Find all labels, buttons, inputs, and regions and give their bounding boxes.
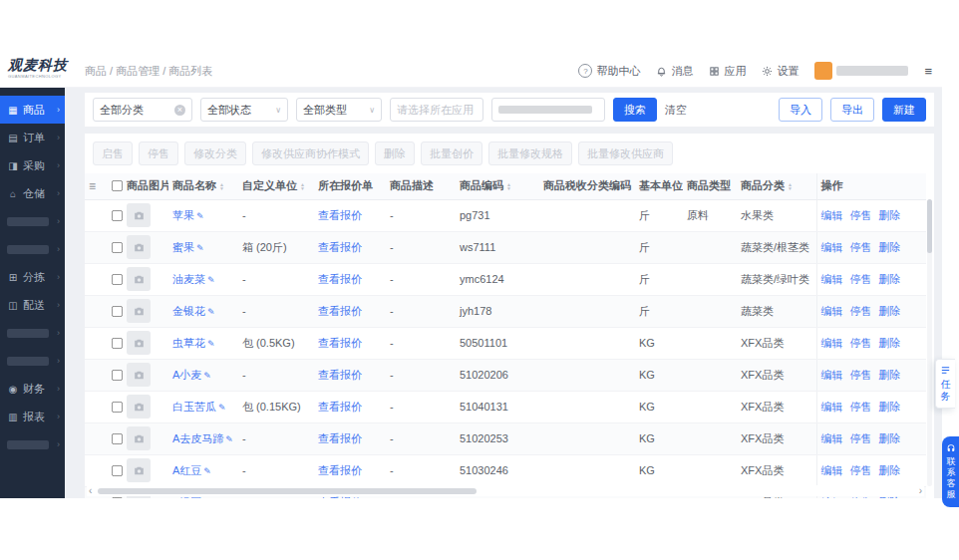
export-button[interactable]: 导出 bbox=[830, 98, 874, 122]
row-edit-link[interactable]: 编辑 bbox=[821, 337, 843, 349]
row-delete-link[interactable]: 删除 bbox=[879, 432, 901, 444]
product-name-link[interactable]: 苹果 bbox=[172, 209, 194, 221]
row-edit-link[interactable]: 编辑 bbox=[821, 432, 843, 444]
sort-icon[interactable]: ▲▼ bbox=[506, 182, 511, 190]
edit-pencil-icon[interactable]: ✎ bbox=[225, 434, 233, 444]
row-stop-sale-link[interactable]: 停售 bbox=[850, 369, 872, 381]
scroll-right-icon[interactable]: › bbox=[917, 486, 924, 496]
bulk-edit-category-button[interactable]: 修改分类 bbox=[184, 141, 246, 165]
view-quote-link[interactable]: 查看报价 bbox=[318, 241, 362, 253]
row-delete-link[interactable]: 删除 bbox=[879, 305, 901, 317]
view-quote-link[interactable]: 查看报价 bbox=[318, 337, 362, 349]
edit-pencil-icon[interactable]: ✎ bbox=[196, 211, 204, 221]
row-checkbox[interactable] bbox=[112, 496, 123, 498]
view-quote-link[interactable]: 查看报价 bbox=[318, 209, 362, 221]
edit-pencil-icon[interactable]: ✎ bbox=[218, 403, 226, 413]
row-checkbox[interactable] bbox=[112, 241, 123, 252]
create-button[interactable]: 新建 bbox=[882, 98, 926, 122]
view-quote-link[interactable]: 查看报价 bbox=[318, 432, 362, 444]
keyword-input[interactable] bbox=[491, 98, 605, 122]
view-quote-link[interactable]: 查看报价 bbox=[318, 401, 362, 413]
product-name-link[interactable]: A小麦 bbox=[172, 369, 201, 381]
row-checkbox[interactable] bbox=[112, 305, 123, 316]
row-delete-link[interactable]: 删除 bbox=[879, 273, 901, 285]
product-name-link[interactable]: 白玉苦瓜 bbox=[172, 401, 216, 413]
bulk-batch-edit-spec-button[interactable]: 批量修改规格 bbox=[488, 141, 572, 165]
product-name-link[interactable]: A红豆 bbox=[172, 464, 201, 476]
clear-category-icon[interactable]: × bbox=[174, 105, 185, 116]
select-all-checkbox[interactable] bbox=[112, 180, 123, 191]
row-edit-link[interactable]: 编辑 bbox=[821, 273, 843, 285]
bulk-delete-button[interactable]: 删除 bbox=[375, 141, 415, 165]
edit-pencil-icon[interactable]: ✎ bbox=[207, 339, 215, 349]
vertical-scroll-thumb[interactable] bbox=[927, 199, 932, 253]
row-delete-link[interactable]: 删除 bbox=[879, 401, 901, 413]
sidebar-item-finance[interactable]: ◉财务› bbox=[0, 375, 65, 403]
product-name-link[interactable]: A去皮马蹄 bbox=[172, 432, 223, 444]
row-edit-link[interactable]: 编辑 bbox=[821, 401, 843, 413]
vertical-scrollbar[interactable] bbox=[927, 199, 932, 486]
row-delete-link[interactable]: 删除 bbox=[879, 337, 901, 349]
row-stop-sale-link[interactable]: 停售 bbox=[850, 337, 872, 349]
import-button[interactable]: 导入 bbox=[779, 98, 822, 122]
search-button[interactable]: 搜索 bbox=[613, 98, 657, 122]
row-edit-link[interactable]: 编辑 bbox=[821, 369, 843, 381]
sidebar-item-goods[interactable]: ▦商品› bbox=[0, 96, 65, 124]
row-delete-link[interactable]: 删除 bbox=[879, 369, 901, 381]
row-delete-link[interactable]: 删除 bbox=[879, 209, 901, 221]
row-checkbox[interactable] bbox=[112, 209, 123, 220]
edit-pencil-icon[interactable]: ✎ bbox=[203, 371, 211, 381]
view-quote-link[interactable]: 查看报价 bbox=[318, 305, 362, 317]
horizontal-scroll-thumb[interactable] bbox=[98, 488, 477, 494]
row-stop-sale-link[interactable]: 停售 bbox=[850, 305, 872, 317]
row-stop-sale-link[interactable]: 停售 bbox=[850, 401, 872, 413]
row-edit-link[interactable]: 编辑 bbox=[821, 241, 843, 253]
product-name-link[interactable]: 虫草花 bbox=[172, 337, 205, 349]
row-checkbox[interactable] bbox=[112, 369, 123, 380]
bulk-edit-supplier-mode-button[interactable]: 修改供应商协作模式 bbox=[252, 141, 369, 165]
row-stop-sale-link[interactable]: 停售 bbox=[850, 273, 872, 285]
row-edit-link[interactable]: 编辑 bbox=[821, 464, 843, 476]
row-stop-sale-link[interactable]: 停售 bbox=[850, 432, 872, 444]
row-stop-sale-link[interactable]: 停售 bbox=[850, 241, 872, 253]
view-quote-link[interactable]: 查看报价 bbox=[318, 273, 362, 285]
row-edit-link[interactable]: 编辑 bbox=[821, 305, 843, 317]
view-quote-link[interactable]: 查看报价 bbox=[318, 369, 362, 381]
edit-pencil-icon[interactable]: ✎ bbox=[203, 498, 211, 499]
status-filter[interactable]: 全部状态 ∨ bbox=[200, 98, 288, 122]
row-delete-link[interactable]: 删除 bbox=[879, 464, 901, 476]
sidebar-item-redacted-3[interactable]: › bbox=[0, 319, 65, 347]
bulk-sale-off-button[interactable]: 停售 bbox=[139, 141, 178, 165]
user-menu[interactable] bbox=[814, 62, 908, 80]
app-filter-input[interactable] bbox=[390, 98, 483, 122]
edit-pencil-icon[interactable]: ✎ bbox=[196, 243, 204, 253]
edit-pencil-icon[interactable]: ✎ bbox=[203, 466, 211, 476]
product-name-link[interactable]: 蜜果 bbox=[172, 241, 194, 253]
row-checkbox[interactable] bbox=[112, 401, 123, 412]
row-checkbox[interactable] bbox=[112, 273, 123, 284]
edit-pencil-icon[interactable]: ✎ bbox=[207, 307, 215, 317]
sidebar-item-orders[interactable]: ▤订单› bbox=[0, 124, 65, 151]
clear-button[interactable]: 清空 bbox=[665, 103, 687, 118]
tool-message[interactable]: 消息 bbox=[656, 64, 693, 79]
row-checkbox[interactable] bbox=[112, 337, 123, 348]
product-name-link[interactable]: 油麦菜 bbox=[172, 273, 205, 285]
sort-icon[interactable]: ▲▼ bbox=[788, 182, 793, 190]
sidebar-item-reports[interactable]: ▥报表› bbox=[0, 403, 65, 430]
row-checkbox[interactable] bbox=[112, 464, 123, 475]
tool-help[interactable]: ?帮助中心 bbox=[578, 64, 640, 79]
row-stop-sale-link[interactable]: 停售 bbox=[850, 464, 872, 476]
contact-service-tab[interactable]: 联系客服 bbox=[942, 436, 959, 507]
row-checkbox[interactable] bbox=[112, 432, 123, 443]
tool-apps[interactable]: 应用 bbox=[709, 64, 746, 79]
tool-settings[interactable]: 设置 bbox=[762, 64, 799, 79]
bulk-sale-on-button[interactable]: 启售 bbox=[93, 141, 133, 165]
scroll-left-icon[interactable]: ‹ bbox=[87, 486, 94, 496]
sidebar-item-storage[interactable]: ⌂仓储› bbox=[0, 179, 65, 207]
horizontal-scrollbar[interactable]: ‹ › bbox=[87, 485, 924, 496]
row-edit-link[interactable]: 编辑 bbox=[821, 209, 843, 221]
bulk-batch-pricing-button[interactable]: 批量创价 bbox=[421, 141, 482, 165]
sidebar-item-purchase[interactable]: ◨采购› bbox=[0, 151, 65, 179]
sidebar-item-delivery[interactable]: ◫配送› bbox=[0, 291, 65, 319]
sidebar-item-redacted-5[interactable]: › bbox=[0, 430, 65, 458]
